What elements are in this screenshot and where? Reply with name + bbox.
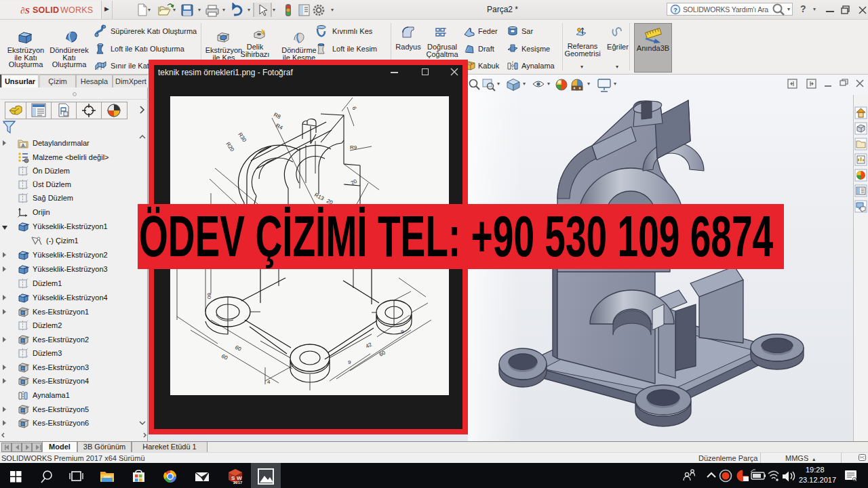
svg-text:2017: 2017 [233,481,243,485]
svg-text:Yükseklik-Ekstrüzyon1: Yükseklik-Ekstrüzyon1 [33,222,108,230]
svg-text:Düzlem3: Düzlem3 [33,349,62,357]
svg-text:▾: ▾ [547,81,550,87]
svg-text:Detaylandırmalar: Detaylandırmalar [33,139,90,147]
svg-text:Kes-Ekstrüzyon3: Kes-Ekstrüzyon3 [33,363,89,371]
svg-text:60: 60 [206,293,212,299]
svg-text:Kes-Ekstrüzyon1: Kes-Ekstrüzyon1 [33,308,89,316]
svg-text:R9: R9 [350,144,357,150]
svg-text:9: 9 [348,359,351,365]
svg-text:4: 4 [267,379,271,385]
svg-text:R8: R8 [273,112,282,121]
svg-text:SOLID: SOLID [33,5,59,15]
svg-text:Düzlem1: Düzlem1 [33,279,62,287]
svg-text:∂S: ∂S [20,5,30,16]
svg-text:▾: ▾ [587,81,590,87]
svg-text:Üst Düzlem: Üst Düzlem [33,180,71,188]
svg-text:R13: R13 [313,192,326,202]
svg-text:Yükseklik-Ekstrüzyon4: Yükseklik-Ekstrüzyon4 [33,293,108,302]
svg-text:9: 9 [401,329,404,335]
svg-text:Yükseklik-Ekstrüzyon2: Yükseklik-Ekstrüzyon2 [33,251,108,259]
svg-text:Düzlem2: Düzlem2 [33,321,62,329]
svg-text:60: 60 [220,353,229,361]
svg-text:6: 6 [351,106,357,112]
svg-text:60: 60 [234,344,243,352]
svg-text:▾: ▾ [523,81,526,87]
svg-text:Yükseklik-Ekstrüzyon3: Yükseklik-Ekstrüzyon3 [33,265,108,273]
svg-text:Kes-Ekstrüzyon2: Kes-Ekstrüzyon2 [33,336,89,344]
svg-text:Kes-Ekstrüzyon6: Kes-Ekstrüzyon6 [33,419,89,427]
svg-text:42: 42 [365,341,374,349]
svg-text:R4: R4 [275,123,284,131]
svg-text:▾: ▾ [497,81,500,87]
svg-text:Kes-Ekstrüzyon5: Kes-Ekstrüzyon5 [33,405,89,413]
svg-text:(-) Çizim1: (-) Çizim1 [46,237,79,245]
svg-text:Kes-Ekstrüzyon4: Kes-Ekstrüzyon4 [33,377,89,385]
svg-text:Aynalama1: Aynalama1 [33,391,70,399]
svg-text:Ön Düzlem: Ön Düzlem [33,167,70,175]
svg-text:Orijin: Orijin [33,208,50,216]
svg-text:▾: ▾ [614,81,616,87]
svg-text:R20: R20 [224,141,235,153]
svg-text:R30: R30 [237,131,248,144]
svg-text:?: ? [673,7,677,14]
svg-text:WORKS: WORKS [60,5,93,15]
svg-text:Sağ Düzlem: Sağ Düzlem [33,194,73,202]
svg-text:Malzeme <belirli değil>: Malzeme <belirli değil> [33,153,109,161]
